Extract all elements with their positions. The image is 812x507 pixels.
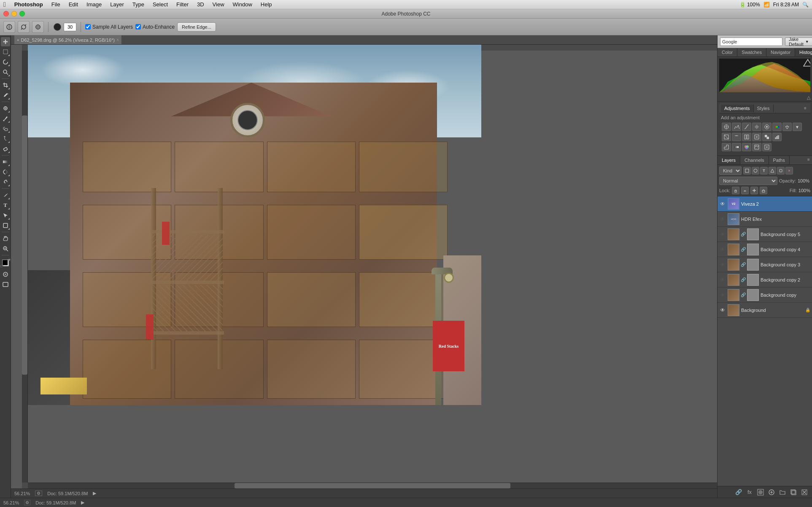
tab-paths[interactable]: Paths bbox=[769, 156, 790, 164]
doc-tab-item[interactable]: ● D62_5298.dng @ 56.2% (Viveza 2, RGB/16… bbox=[14, 35, 122, 44]
layers-panel-options[interactable]: ≡ bbox=[805, 156, 812, 163]
crop-tool[interactable] bbox=[1, 80, 10, 90]
3d-menu[interactable]: 3D bbox=[194, 0, 208, 8]
maximize-button[interactable] bbox=[19, 11, 25, 16]
down-arrow-adj[interactable]: ▼ bbox=[793, 123, 802, 131]
layer-viveza2[interactable]: 👁 V2 Viveza 2 bbox=[718, 196, 812, 212]
brush-tool[interactable] bbox=[1, 114, 10, 123]
posterize-adj[interactable] bbox=[772, 133, 782, 141]
delete-layer-icon[interactable] bbox=[800, 488, 809, 496]
info-icon[interactable]: ⚙ bbox=[35, 491, 42, 496]
channelmix-adj[interactable] bbox=[742, 133, 751, 141]
move-tool[interactable] bbox=[1, 37, 10, 46]
colorbalance-adj[interactable] bbox=[782, 123, 792, 131]
image-menu[interactable]: Image bbox=[83, 0, 105, 8]
zoom-tool[interactable] bbox=[1, 244, 10, 253]
marquee-tool[interactable] bbox=[1, 47, 10, 56]
filter-type-icon[interactable]: T bbox=[760, 167, 768, 174]
eraser-tool[interactable] bbox=[1, 144, 10, 153]
doc-tab-close[interactable]: × bbox=[116, 38, 119, 42]
levels-adj[interactable] bbox=[732, 123, 741, 131]
new-adjustment-layer-icon[interactable] bbox=[767, 488, 776, 496]
filter-smartobj-icon[interactable] bbox=[777, 167, 785, 174]
clone-stamp-tool[interactable] bbox=[1, 124, 10, 133]
apple-menu[interactable]:  bbox=[3, 1, 6, 8]
quick-mask-tool[interactable] bbox=[1, 270, 10, 279]
exposure-adj[interactable] bbox=[752, 123, 761, 131]
brightness-adj2[interactable] bbox=[752, 143, 761, 151]
tab-adjustments[interactable]: Adjustments bbox=[721, 105, 754, 112]
layer-vis-bgcopy5[interactable]: 👁 bbox=[719, 231, 726, 238]
profile-dropdown[interactable]: Jake Default ▼ bbox=[785, 38, 812, 46]
select-menu[interactable]: Select bbox=[149, 0, 171, 8]
blend-mode-select[interactable]: Normal bbox=[719, 177, 777, 185]
tab-histogram[interactable]: Histogram bbox=[795, 48, 812, 56]
bw-adj[interactable] bbox=[722, 133, 731, 141]
layer-vis-background[interactable]: 👁 bbox=[719, 307, 726, 314]
auto-enhance-label[interactable]: Auto-Enhance bbox=[135, 24, 175, 30]
colorlookup-adj[interactable] bbox=[752, 133, 761, 141]
tab-layers[interactable]: Layers bbox=[718, 156, 740, 164]
tool-option-1[interactable] bbox=[18, 21, 30, 33]
selective-color-adj[interactable] bbox=[742, 143, 751, 151]
text-tool[interactable]: T bbox=[1, 201, 10, 210]
help-menu[interactable]: Help bbox=[257, 0, 275, 8]
window-menu[interactable]: Window bbox=[229, 0, 256, 8]
eyedropper-tool[interactable] bbox=[1, 91, 10, 100]
layer-link-icon[interactable]: 🔗 bbox=[734, 488, 743, 496]
lock-all-icon[interactable] bbox=[760, 187, 767, 194]
auto-enhance-checkbox[interactable] bbox=[135, 24, 141, 30]
vibrance-adj[interactable] bbox=[762, 123, 772, 131]
layer-vis-bgcopy2[interactable]: 👁 bbox=[719, 276, 726, 283]
curves-adj[interactable] bbox=[742, 123, 751, 131]
layer-bgcopy5[interactable]: 👁 🔗 Background copy 5 bbox=[718, 227, 812, 242]
lasso-tool[interactable] bbox=[1, 57, 10, 67]
filter-adjustment-icon[interactable] bbox=[752, 167, 759, 174]
layer-vis-bgcopy4[interactable]: 👁 bbox=[719, 246, 726, 253]
layer-vis-viveza2[interactable]: 👁 bbox=[719, 201, 726, 207]
gradient-tool[interactable] bbox=[1, 157, 10, 166]
status-arrow[interactable]: ▶ bbox=[81, 500, 84, 505]
layer-background[interactable]: 👁 Background 🔒 bbox=[718, 303, 812, 318]
blur-tool[interactable] bbox=[1, 167, 10, 177]
filter-clear-icon[interactable]: × bbox=[785, 167, 793, 174]
info-arrow[interactable]: ▶ bbox=[93, 491, 96, 496]
status-info-icon[interactable]: ⚙ bbox=[24, 500, 30, 505]
close-button[interactable] bbox=[3, 11, 9, 16]
vertical-scrollbar[interactable] bbox=[22, 51, 28, 483]
tab-styles[interactable]: Styles bbox=[754, 105, 774, 112]
brightness-contrast-adj[interactable] bbox=[722, 123, 731, 131]
layer-hdrefex[interactable]: 👁 HDR HDR Efex bbox=[718, 212, 812, 227]
quick-select-tool[interactable] bbox=[1, 67, 10, 77]
filter-shape-icon[interactable] bbox=[769, 167, 776, 174]
layer-vis-bgcopy3[interactable]: 👁 bbox=[719, 261, 726, 268]
layer-bgcopy[interactable]: 👁 🔗 Background copy bbox=[718, 287, 812, 303]
filter-pixel-icon[interactable] bbox=[743, 167, 751, 174]
threshold-adj[interactable] bbox=[722, 143, 731, 151]
screen-mode-tool[interactable] bbox=[1, 280, 10, 289]
adjustments-panel-options[interactable]: ≡ bbox=[802, 105, 809, 112]
healing-brush-tool[interactable] bbox=[1, 104, 10, 113]
lock-position-icon[interactable] bbox=[750, 187, 758, 194]
minimize-button[interactable] bbox=[11, 11, 17, 16]
tab-navigator[interactable]: Navigator bbox=[766, 48, 795, 56]
pen-tool[interactable] bbox=[1, 190, 10, 200]
type-menu[interactable]: Type bbox=[129, 0, 148, 8]
google-search-input[interactable] bbox=[720, 38, 782, 46]
filter-menu[interactable]: Filter bbox=[173, 0, 192, 8]
sample-all-layers-checkbox[interactable] bbox=[85, 24, 91, 30]
layer-bgcopy2[interactable]: 👁 🔗 Background copy 2 bbox=[718, 272, 812, 287]
tab-color[interactable]: Color bbox=[718, 48, 737, 56]
search-icon[interactable]: 🔍 bbox=[802, 2, 809, 8]
foreground-background-colors[interactable]: ⇄ □ bbox=[0, 258, 11, 268]
edit-menu[interactable]: Edit bbox=[65, 0, 81, 8]
more-adj[interactable] bbox=[762, 143, 772, 151]
sample-all-layers-label[interactable]: Sample All Layers bbox=[85, 24, 133, 30]
path-selection-tool[interactable] bbox=[1, 211, 10, 220]
gradient-map-adj[interactable] bbox=[732, 143, 741, 151]
tab-swatches[interactable]: Swatches bbox=[737, 48, 766, 56]
tool-option-2[interactable] bbox=[32, 21, 44, 33]
hsl-adj[interactable] bbox=[772, 123, 782, 131]
layer-vis-bgcopy[interactable]: 👁 bbox=[719, 292, 726, 298]
brush-size-input[interactable]: 30 bbox=[64, 23, 76, 31]
